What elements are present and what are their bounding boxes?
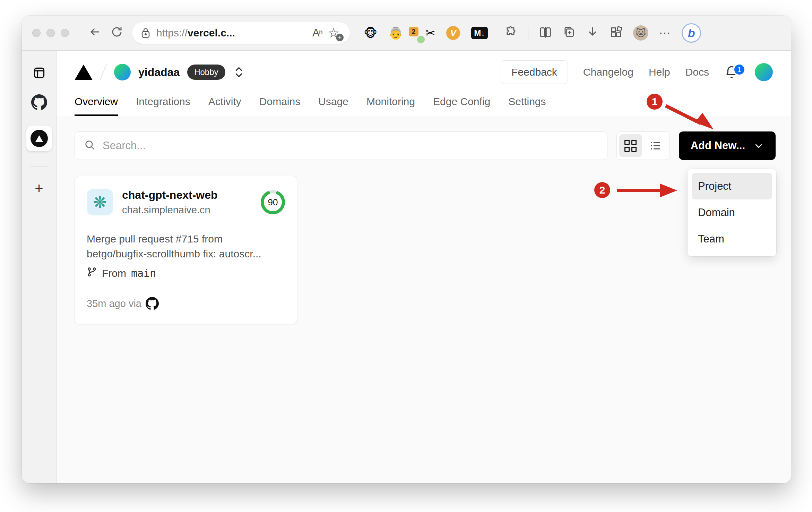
overview-body: Add New... ❋ chat-gpt-next-web chat.simp… [57, 116, 791, 483]
user-avatar[interactable] [755, 63, 773, 81]
project-favicon: ❋ [87, 189, 113, 215]
browser-action-icons: 🐱 ⋯ b [504, 23, 701, 43]
tab-integrations[interactable]: Integrations [136, 96, 190, 116]
extension-icons: 🐵 👵 2 ✂ V M↓ [364, 26, 488, 40]
help-link[interactable]: Help [649, 66, 670, 78]
tab-usage[interactable]: Usage [318, 96, 348, 116]
close-window-button[interactable] [32, 29, 41, 37]
favorite-star-icon[interactable]: ☆ + [328, 26, 342, 40]
grid-view-button[interactable] [619, 134, 642, 157]
changelog-link[interactable]: Changelog [583, 66, 633, 78]
avatar-extension-icon[interactable]: 👵 [388, 27, 403, 39]
traffic-lights [32, 29, 69, 37]
extensions-puzzle-icon[interactable] [504, 26, 518, 40]
browser-window: https://vercel.c... Aⁿ ☆ + 🐵 👵 2 ✂ V M↓ [22, 16, 791, 483]
downloads-icon[interactable] [586, 26, 599, 40]
team-avatar[interactable] [114, 64, 131, 80]
breadcrumb-slash [100, 64, 107, 81]
browser-menu-icon[interactable]: ⋯ [659, 26, 671, 40]
notification-count-badge: 1 [733, 63, 746, 76]
search-icon [84, 139, 96, 152]
vercel-logo[interactable] [75, 65, 93, 80]
annotation-arrow-1 [662, 102, 720, 136]
project-domain[interactable]: chat.simplenaive.cn [122, 204, 218, 216]
tab-overview[interactable]: Overview [75, 96, 118, 116]
sidebar-divider [29, 167, 49, 167]
plan-badge: Hobby [187, 65, 225, 80]
list-icon [649, 139, 662, 152]
markdown-extension-icon[interactable]: M↓ [471, 27, 488, 39]
score-ring[interactable]: 90 [261, 190, 285, 214]
vercel-circle-logo [31, 130, 48, 147]
read-aloud-icon[interactable]: Aⁿ [312, 27, 322, 39]
address-bar[interactable]: https://vercel.c... Aⁿ ☆ + [132, 22, 350, 44]
sidebar-tab-layout-icon[interactable] [33, 67, 45, 79]
annotation-step-1-badge: 1 [647, 94, 663, 110]
browser-toolbar: https://vercel.c... Aⁿ ☆ + 🐵 👵 2 ✂ V M↓ [22, 16, 791, 50]
branch-from-label: From [102, 267, 126, 279]
collections-icon[interactable] [562, 26, 576, 40]
zoom-window-button[interactable] [61, 29, 69, 37]
url-host: vercel.c... [188, 27, 235, 39]
search-input[interactable] [103, 139, 598, 152]
list-view-button[interactable] [644, 134, 667, 157]
url-scheme: https:// [156, 27, 188, 39]
project-name[interactable]: chat-gpt-next-web [122, 189, 218, 202]
add-new-dropdown: Project Domain Team [688, 169, 776, 256]
browser-profile-avatar[interactable]: 🐱 [633, 25, 648, 41]
feedback-button[interactable]: Feedback [501, 60, 568, 84]
toolbar-divider [528, 26, 528, 40]
lock-icon[interactable] [140, 27, 151, 39]
notifications-bell-icon[interactable]: 1 [724, 65, 740, 80]
score-value: 90 [264, 193, 282, 211]
project-card[interactable]: ❋ chat-gpt-next-web chat.simplenaive.cn … [75, 176, 297, 324]
commit-message[interactable]: Merge pull request #715 from betgo/bugfi… [87, 232, 285, 261]
git-branch-icon [87, 267, 97, 280]
team-switcher-icon[interactable] [234, 67, 243, 78]
sidebar-add-icon[interactable]: + [35, 182, 43, 194]
vimium-extension-icon[interactable]: V [446, 26, 460, 40]
dropdown-item-domain[interactable]: Domain [692, 199, 772, 226]
add-new-label: Add New... [691, 139, 745, 152]
refresh-icon[interactable] [111, 26, 123, 40]
sidebar-github-icon[interactable] [31, 94, 47, 110]
browser-sidebar: + [22, 51, 57, 483]
docs-link[interactable]: Docs [685, 66, 709, 78]
chevron-down-icon [753, 140, 764, 151]
tab-settings[interactable]: Settings [508, 96, 546, 116]
split-screen-icon[interactable] [539, 26, 552, 40]
deploy-meta: 35m ago via [87, 298, 141, 309]
extension-badge: 2 [409, 27, 418, 36]
annotation-arrow-2 [615, 181, 680, 199]
minimize-window-button[interactable] [46, 29, 55, 37]
team-name[interactable]: yidadaa [138, 66, 180, 79]
github-icon [146, 297, 159, 310]
sidebar-vercel-app-icon[interactable] [26, 126, 52, 151]
dropdown-item-team[interactable]: Team [692, 226, 772, 252]
star-plus-badge: + [336, 34, 344, 41]
url-text[interactable]: https://vercel.c... [156, 27, 235, 39]
annotation-step-2-badge: 2 [594, 182, 610, 198]
project-search[interactable] [75, 131, 607, 160]
branch-name: main [131, 267, 156, 279]
dropdown-item-project[interactable]: Project [692, 173, 772, 199]
tab-monitoring[interactable]: Monitoring [366, 96, 415, 116]
back-icon[interactable] [88, 25, 102, 41]
tab-activity[interactable]: Activity [208, 96, 241, 116]
bing-chat-icon[interactable]: b [682, 23, 701, 43]
tampermonkey-extension-icon[interactable]: 🐵 [364, 27, 377, 39]
tab-edge-config[interactable]: Edge Config [433, 96, 490, 116]
grid-icon [624, 140, 637, 152]
scissors-extension-icon[interactable]: ✂ [425, 27, 435, 39]
tab-domains[interactable]: Domains [259, 96, 300, 116]
apps-widgets-icon[interactable] [610, 26, 623, 40]
